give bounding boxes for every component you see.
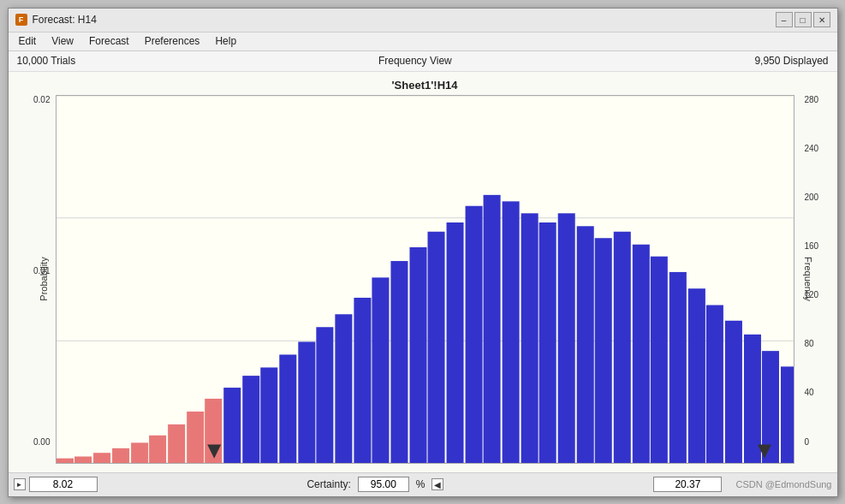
svg-rect-5 xyxy=(74,456,92,463)
toolbar: 10,000 Trials Frequency View 9,950 Displ… xyxy=(9,51,837,72)
status-left: ► 8.02 xyxy=(14,477,98,492)
chart-title: 'Sheet1'!H14 xyxy=(56,79,794,92)
title-buttons: – □ ✕ xyxy=(776,12,830,27)
left-value[interactable]: 8.02 xyxy=(29,477,98,492)
main-window: F Forecast: H14 – □ ✕ Edit View Forecast… xyxy=(8,8,838,497)
chart-container: Probability Frequency 0.00 0.01 0.02 0 4… xyxy=(56,95,794,464)
svg-rect-33 xyxy=(594,238,611,463)
y-ticks-right: 0 40 80 120 160 200 240 280 xyxy=(805,95,836,447)
app-icon: F xyxy=(15,14,27,26)
svg-rect-10 xyxy=(168,424,185,462)
title-bar: F Forecast: H14 – □ ✕ xyxy=(9,9,837,33)
svg-rect-15 xyxy=(260,367,277,463)
pct-label: % xyxy=(416,478,425,490)
svg-rect-25 xyxy=(446,222,463,463)
y-tick-0: 0.00 xyxy=(23,437,51,447)
y-tick-1: 0.01 xyxy=(23,266,51,276)
certainty-input[interactable]: 95.00 xyxy=(358,477,409,492)
menu-forecast[interactable]: Forecast xyxy=(82,33,136,49)
svg-rect-18 xyxy=(316,327,333,463)
svg-rect-8 xyxy=(131,442,148,463)
svg-rect-20 xyxy=(354,297,371,462)
y-ticks-left: 0.00 0.01 0.02 xyxy=(23,95,51,447)
trials-label: 10,000 Trials xyxy=(17,55,76,67)
svg-rect-35 xyxy=(632,244,649,462)
watermark: CSDN @EdmondSung xyxy=(735,479,831,489)
maximize-button[interactable]: □ xyxy=(794,12,812,27)
svg-rect-43 xyxy=(780,366,793,463)
svg-rect-37 xyxy=(669,271,686,462)
y-tick-r5: 200 xyxy=(805,193,836,202)
title-bar-left: F Forecast: H14 xyxy=(15,14,97,26)
menu-bar: Edit View Forecast Preferences Help xyxy=(9,33,837,51)
svg-rect-13 xyxy=(223,388,241,463)
status-bar: ► 8.02 Certainty: 95.00 % ◀ 20.37 CSDN @… xyxy=(9,472,837,496)
status-right: 20.37 CSDN @EdmondSung xyxy=(653,477,831,492)
displayed-label: 9,950 Displayed xyxy=(754,55,828,67)
status-center: Certainty: 95.00 % ◀ xyxy=(98,477,654,492)
svg-rect-29 xyxy=(521,213,538,463)
svg-rect-21 xyxy=(372,277,389,463)
svg-rect-6 xyxy=(93,453,110,463)
y-tick-r3: 120 xyxy=(805,290,836,299)
svg-rect-34 xyxy=(613,231,630,462)
y-tick-r7: 280 xyxy=(805,95,836,104)
svg-rect-4 xyxy=(57,458,74,462)
svg-rect-31 xyxy=(557,213,574,463)
svg-rect-27 xyxy=(483,194,500,462)
svg-rect-16 xyxy=(279,354,296,463)
svg-rect-14 xyxy=(242,376,259,463)
svg-rect-40 xyxy=(724,320,741,462)
menu-view[interactable]: View xyxy=(45,33,80,49)
svg-rect-28 xyxy=(502,201,519,463)
y-tick-r1: 40 xyxy=(805,388,836,397)
y-tick-r4: 160 xyxy=(805,241,836,251)
histogram-svg xyxy=(57,96,794,463)
svg-rect-22 xyxy=(390,261,408,463)
svg-rect-24 xyxy=(427,231,444,462)
menu-preferences[interactable]: Preferences xyxy=(138,33,207,49)
chart-inner: 6.00 8.00 10.00 12.00 14.00 16.00 18.00 … xyxy=(56,95,794,464)
y-tick-r6: 240 xyxy=(805,144,836,153)
close-button[interactable]: ✕ xyxy=(813,12,830,27)
svg-rect-23 xyxy=(409,246,426,462)
view-label: Frequency View xyxy=(378,55,452,67)
chart-area: 'Sheet1'!H14 Probability Frequency 0.00 … xyxy=(9,72,837,472)
svg-rect-26 xyxy=(465,205,482,462)
svg-rect-32 xyxy=(576,226,593,463)
arrow-button[interactable]: ◀ xyxy=(431,478,443,490)
svg-rect-38 xyxy=(687,288,705,463)
svg-rect-30 xyxy=(539,222,556,463)
play-button[interactable]: ► xyxy=(14,478,26,490)
y-tick-r2: 80 xyxy=(805,339,836,348)
y-tick-2: 0.02 xyxy=(23,95,51,104)
window-title: Forecast: H14 xyxy=(33,14,97,26)
svg-rect-11 xyxy=(187,411,204,462)
svg-rect-36 xyxy=(650,256,667,462)
svg-rect-19 xyxy=(335,314,352,463)
svg-rect-41 xyxy=(743,334,760,462)
svg-rect-17 xyxy=(298,341,315,463)
y-tick-r0: 0 xyxy=(805,437,836,447)
svg-rect-9 xyxy=(149,435,166,462)
menu-help[interactable]: Help xyxy=(208,33,243,49)
minimize-button[interactable]: – xyxy=(776,12,793,27)
certainty-label: Certainty: xyxy=(306,478,350,490)
right-value[interactable]: 20.37 xyxy=(653,477,722,492)
svg-rect-7 xyxy=(112,448,129,462)
menu-edit[interactable]: Edit xyxy=(12,33,44,49)
svg-rect-39 xyxy=(705,305,723,462)
